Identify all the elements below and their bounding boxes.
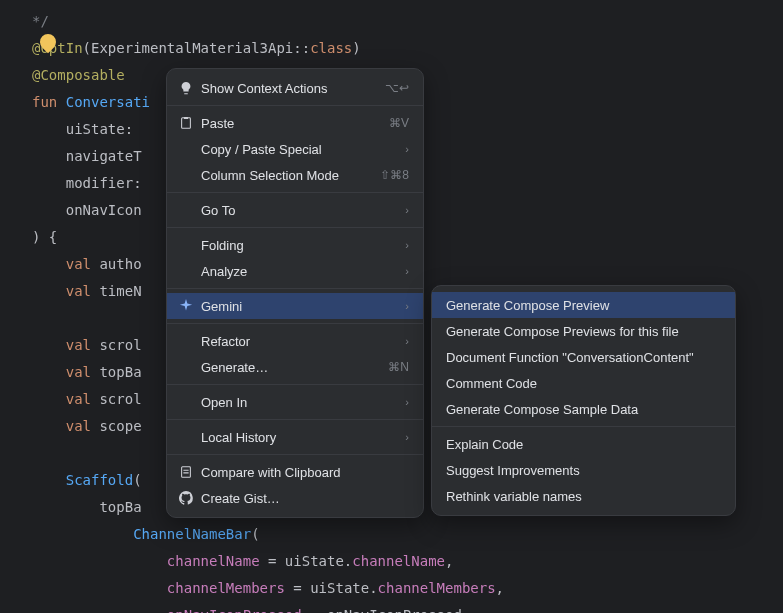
menu-shortcut: ⌘V bbox=[389, 116, 409, 130]
menu-item-label: Analyze bbox=[201, 264, 397, 279]
menu-item-label: Local History bbox=[201, 430, 397, 445]
menu-item-generate[interactable]: Generate…⌘N bbox=[167, 354, 423, 380]
menu-item-label: Generate… bbox=[201, 360, 376, 375]
submenu-item-label: Suggest Improvements bbox=[446, 463, 721, 478]
menu-shortcut: ⇧⌘8 bbox=[380, 168, 409, 182]
chevron-right-icon: › bbox=[405, 265, 409, 277]
menu-item-create-gist[interactable]: Create Gist… bbox=[167, 485, 423, 511]
chevron-right-icon: › bbox=[405, 204, 409, 216]
menu-separator bbox=[167, 419, 423, 420]
gemini-submenu: Generate Compose PreviewGenerate Compose… bbox=[431, 285, 736, 516]
clipboard-icon bbox=[177, 465, 195, 479]
code-line: */ bbox=[32, 13, 49, 29]
gemini-icon bbox=[177, 299, 195, 313]
menu-item-label: Create Gist… bbox=[201, 491, 409, 506]
code-line: @Composable bbox=[32, 67, 125, 83]
menu-item-analyze[interactable]: Analyze› bbox=[167, 258, 423, 284]
menu-separator bbox=[432, 426, 735, 427]
submenu-item-generate-compose-sample-data[interactable]: Generate Compose Sample Data bbox=[432, 396, 735, 422]
submenu-item-document-function-conversationcontent[interactable]: Document Function "ConversationContent" bbox=[432, 344, 735, 370]
svg-rect-0 bbox=[182, 118, 191, 129]
submenu-item-generate-compose-preview[interactable]: Generate Compose Preview bbox=[432, 292, 735, 318]
chevron-right-icon: › bbox=[405, 335, 409, 347]
menu-item-label: Go To bbox=[201, 203, 397, 218]
menu-shortcut: ⌘N bbox=[388, 360, 409, 374]
menu-item-copy-paste-special[interactable]: Copy / Paste Special› bbox=[167, 136, 423, 162]
menu-item-go-to[interactable]: Go To› bbox=[167, 197, 423, 223]
menu-shortcut: ⌥↩ bbox=[385, 81, 409, 95]
context-menu: Show Context Actions⌥↩Paste⌘VCopy / Past… bbox=[166, 68, 424, 518]
menu-item-label: Gemini bbox=[201, 299, 397, 314]
svg-rect-1 bbox=[184, 117, 188, 119]
svg-rect-2 bbox=[182, 467, 191, 478]
bulb-icon bbox=[177, 81, 195, 95]
submenu-item-suggest-improvements[interactable]: Suggest Improvements bbox=[432, 457, 735, 483]
menu-separator bbox=[167, 288, 423, 289]
menu-item-label: Show Context Actions bbox=[201, 81, 373, 96]
menu-separator bbox=[167, 192, 423, 193]
menu-item-local-history[interactable]: Local History› bbox=[167, 424, 423, 450]
submenu-item-explain-code[interactable]: Explain Code bbox=[432, 431, 735, 457]
menu-item-paste[interactable]: Paste⌘V bbox=[167, 110, 423, 136]
menu-item-label: Compare with Clipboard bbox=[201, 465, 409, 480]
menu-separator bbox=[167, 227, 423, 228]
submenu-item-label: Generate Compose Sample Data bbox=[446, 402, 721, 417]
menu-item-compare-with-clipboard[interactable]: Compare with Clipboard bbox=[167, 459, 423, 485]
submenu-item-label: Generate Compose Preview bbox=[446, 298, 721, 313]
submenu-item-label: Rethink variable names bbox=[446, 489, 721, 504]
menu-item-label: Refactor bbox=[201, 334, 397, 349]
menu-item-label: Copy / Paste Special bbox=[201, 142, 397, 157]
submenu-item-rethink-variable-names[interactable]: Rethink variable names bbox=[432, 483, 735, 509]
paste-icon bbox=[177, 116, 195, 130]
menu-item-gemini[interactable]: Gemini› bbox=[167, 293, 423, 319]
chevron-right-icon: › bbox=[405, 143, 409, 155]
menu-separator bbox=[167, 384, 423, 385]
github-icon bbox=[177, 491, 195, 505]
submenu-item-label: Explain Code bbox=[446, 437, 721, 452]
menu-item-label: Column Selection Mode bbox=[201, 168, 368, 183]
chevron-right-icon: › bbox=[405, 396, 409, 408]
menu-item-label: Paste bbox=[201, 116, 377, 131]
chevron-right-icon: › bbox=[405, 431, 409, 443]
submenu-item-label: Document Function "ConversationContent" bbox=[446, 350, 721, 365]
chevron-right-icon: › bbox=[405, 300, 409, 312]
menu-separator bbox=[167, 105, 423, 106]
menu-separator bbox=[167, 323, 423, 324]
submenu-item-label: Generate Compose Previews for this file bbox=[446, 324, 721, 339]
submenu-item-generate-compose-previews-for-this-file[interactable]: Generate Compose Previews for this file bbox=[432, 318, 735, 344]
menu-item-label: Folding bbox=[201, 238, 397, 253]
submenu-item-comment-code[interactable]: Comment Code bbox=[432, 370, 735, 396]
chevron-right-icon: › bbox=[405, 239, 409, 251]
menu-separator bbox=[167, 454, 423, 455]
menu-item-show-context-actions[interactable]: Show Context Actions⌥↩ bbox=[167, 75, 423, 101]
menu-item-open-in[interactable]: Open In› bbox=[167, 389, 423, 415]
submenu-item-label: Comment Code bbox=[446, 376, 721, 391]
menu-item-refactor[interactable]: Refactor› bbox=[167, 328, 423, 354]
menu-item-column-selection-mode[interactable]: Column Selection Mode⇧⌘8 bbox=[167, 162, 423, 188]
menu-item-label: Open In bbox=[201, 395, 397, 410]
menu-item-folding[interactable]: Folding› bbox=[167, 232, 423, 258]
